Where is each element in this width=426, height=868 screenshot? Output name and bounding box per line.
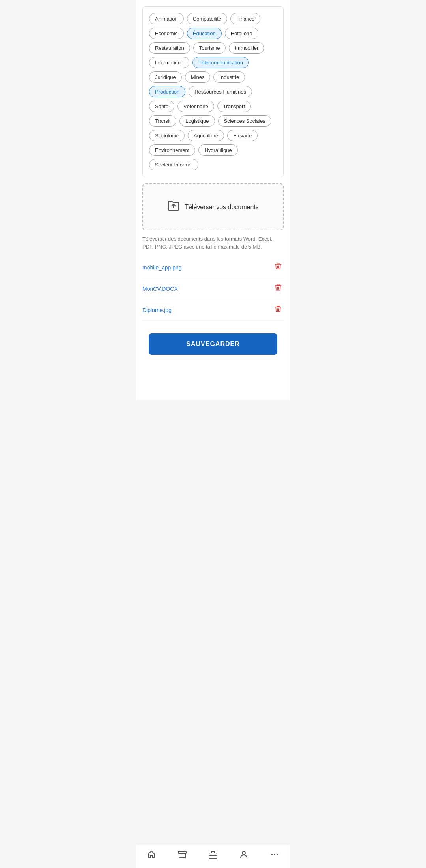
tag-item[interactable]: Éducation (187, 28, 222, 39)
tag-item[interactable]: Mines (185, 71, 211, 83)
upload-label: Téléverser vos documents (185, 204, 259, 211)
tag-item[interactable]: Logistique (179, 115, 215, 127)
file-name: mobile_app.png (142, 264, 182, 271)
tag-item[interactable]: Informatique (149, 57, 189, 68)
tag-item[interactable]: Santé (149, 101, 174, 112)
tag-item[interactable]: Juridique (149, 71, 182, 83)
save-btn-container: SAUVEGARDER (142, 327, 284, 361)
tag-item[interactable]: Economie (149, 28, 184, 39)
file-list: mobile_app.png MonCV.DOCX Diplome.jpg (142, 257, 284, 321)
tag-item[interactable]: Vétérinaire (178, 101, 214, 112)
tag-item[interactable]: Environnement (149, 144, 195, 156)
tag-item[interactable]: Télécommunication (192, 57, 249, 68)
tag-item[interactable]: Tourisme (193, 42, 226, 54)
tag-item[interactable]: Ressources Humaines (189, 86, 252, 97)
tag-item[interactable]: Elevage (227, 130, 258, 141)
tag-item[interactable]: Hôtellerie (225, 28, 258, 39)
delete-file-button[interactable] (273, 303, 284, 316)
tag-item[interactable]: Sociologie (149, 130, 185, 141)
tags-grid: AnimationComptabilitéFinanceEconomieÉduc… (149, 13, 277, 170)
tag-item[interactable]: Immobilier (229, 42, 264, 54)
save-button[interactable]: SAUVEGARDER (149, 333, 277, 355)
tag-item[interactable]: Production (149, 86, 185, 97)
tag-item[interactable]: Agriculture (188, 130, 224, 141)
tag-item[interactable]: Comptabilité (187, 13, 227, 24)
file-item: Diplome.jpg (142, 299, 284, 321)
tag-item[interactable]: Hydraulique (198, 144, 237, 156)
tag-item[interactable]: Transport (217, 101, 251, 112)
tag-item[interactable]: Sciences Sociales (218, 115, 272, 127)
file-name: MonCV.DOCX (142, 286, 178, 292)
tag-item[interactable]: Transit (149, 115, 176, 127)
upload-dropzone[interactable]: Téléverser vos documents (142, 183, 284, 230)
tag-item[interactable]: Restauration (149, 42, 190, 54)
file-item: mobile_app.png (142, 257, 284, 278)
file-name: Diplome.jpg (142, 307, 172, 313)
main-content: AnimationComptabilitéFinanceEconomieÉduc… (136, 0, 290, 400)
tag-item[interactable]: Industrie (213, 71, 245, 83)
tag-item[interactable]: Secteur Informel (149, 159, 198, 170)
tag-item[interactable]: Finance (230, 13, 260, 24)
tags-container: AnimationComptabilitéFinanceEconomieÉduc… (142, 6, 284, 177)
upload-hint: Téléverser des documents dans les format… (142, 235, 284, 251)
delete-file-button[interactable] (273, 282, 284, 295)
delete-file-button[interactable] (273, 261, 284, 274)
upload-section: Téléverser vos documents Téléverser des … (142, 183, 284, 321)
upload-folder-icon (167, 200, 180, 214)
tag-item[interactable]: Animation (149, 13, 184, 24)
file-item: MonCV.DOCX (142, 278, 284, 299)
